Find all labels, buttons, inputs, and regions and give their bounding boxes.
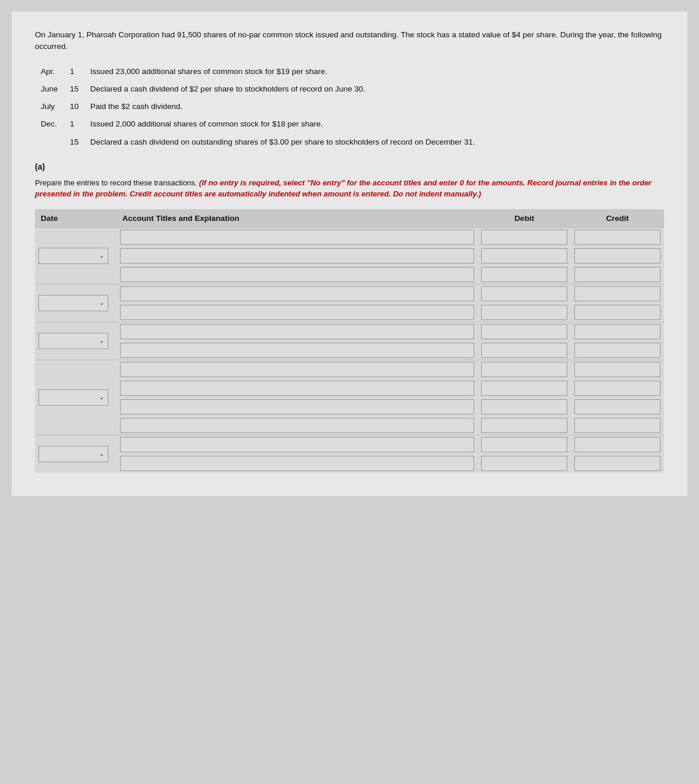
debit-input[interactable]: [481, 381, 567, 396]
debit-cell[interactable]: [478, 416, 571, 435]
credit-cell[interactable]: [571, 322, 664, 341]
account-input[interactable]: [120, 456, 474, 471]
credit-input[interactable]: [574, 437, 661, 452]
account-cell[interactable]: [116, 379, 478, 398]
debit-cell[interactable]: [478, 247, 571, 265]
col-header-credit: Credit: [571, 209, 664, 228]
date-cell-3: ⌄: [35, 322, 116, 360]
credit-cell[interactable]: [571, 416, 664, 435]
col-header-date: Date: [35, 209, 116, 228]
date-cell-2: ⌄: [35, 284, 116, 322]
credit-cell[interactable]: [571, 247, 664, 265]
credit-input[interactable]: [574, 324, 661, 339]
debit-input[interactable]: [481, 343, 567, 358]
table-row: [35, 341, 664, 360]
account-cell[interactable]: [116, 322, 478, 341]
account-cell[interactable]: [116, 265, 478, 284]
debit-input[interactable]: [481, 305, 567, 320]
debit-input[interactable]: [481, 248, 567, 263]
list-item: 15 Declared a cash dividend on outstandi…: [41, 136, 664, 148]
transactions-list: Apr. 1 Issued 23,000 additional shares o…: [41, 66, 664, 148]
credit-cell[interactable]: [571, 284, 664, 303]
credit-cell[interactable]: [571, 398, 664, 416]
account-input[interactable]: [120, 437, 474, 452]
debit-input[interactable]: [481, 418, 567, 433]
credit-cell[interactable]: [571, 265, 664, 284]
credit-cell[interactable]: [571, 379, 664, 398]
account-input[interactable]: [120, 248, 474, 263]
account-cell[interactable]: [116, 227, 478, 247]
account-input[interactable]: [120, 324, 474, 339]
credit-input[interactable]: [574, 456, 661, 471]
debit-cell[interactable]: [478, 284, 571, 303]
credit-cell[interactable]: [571, 360, 664, 379]
credit-cell[interactable]: [571, 454, 664, 473]
debit-input[interactable]: [481, 286, 567, 301]
debit-cell[interactable]: [478, 454, 571, 473]
debit-cell[interactable]: [478, 360, 571, 379]
credit-cell[interactable]: [571, 227, 664, 247]
credit-input[interactable]: [574, 286, 661, 301]
credit-cell[interactable]: [571, 341, 664, 360]
credit-cell[interactable]: [571, 303, 664, 322]
debit-cell[interactable]: [478, 303, 571, 322]
credit-input[interactable]: [574, 362, 661, 377]
account-input[interactable]: [120, 399, 474, 414]
account-input[interactable]: [120, 267, 474, 282]
account-input[interactable]: [120, 343, 474, 358]
account-cell[interactable]: [116, 398, 478, 416]
account-cell[interactable]: [116, 284, 478, 303]
debit-cell[interactable]: [478, 265, 571, 284]
date-select-3[interactable]: ⌄: [38, 333, 108, 349]
debit-cell[interactable]: [478, 227, 571, 247]
credit-input[interactable]: [574, 305, 661, 320]
account-input[interactable]: [120, 230, 474, 245]
account-cell[interactable]: [116, 341, 478, 360]
credit-cell[interactable]: [571, 435, 664, 454]
date-select-5[interactable]: ⌄: [38, 446, 108, 462]
debit-cell[interactable]: [478, 398, 571, 416]
list-item: July 10 Paid the $2 cash dividend.: [41, 101, 664, 112]
account-input[interactable]: [120, 362, 474, 377]
date-cell-5: ⌄: [35, 435, 116, 473]
debit-input[interactable]: [481, 437, 567, 452]
account-input[interactable]: [120, 418, 474, 433]
account-input[interactable]: [120, 286, 474, 301]
debit-input[interactable]: [481, 324, 567, 339]
list-item: Apr. 1 Issued 23,000 additional shares o…: [41, 66, 664, 78]
debit-cell[interactable]: [478, 379, 571, 398]
date-select-4[interactable]: ⌄: [38, 389, 108, 406]
intro-paragraph: On January 1, Pharoah Corporation had 91…: [35, 29, 664, 53]
account-input[interactable]: [120, 381, 474, 396]
account-cell[interactable]: [116, 303, 478, 322]
credit-input[interactable]: [574, 381, 661, 396]
debit-cell[interactable]: [478, 322, 571, 341]
debit-cell[interactable]: [478, 435, 571, 454]
debit-input[interactable]: [481, 267, 567, 282]
account-cell[interactable]: [116, 454, 478, 473]
credit-input[interactable]: [574, 418, 661, 433]
credit-input[interactable]: [574, 399, 661, 414]
debit-input[interactable]: [481, 456, 567, 471]
account-cell[interactable]: [116, 360, 478, 379]
chevron-down-icon: ⌄: [99, 450, 104, 458]
table-row: ⌄: [35, 227, 664, 247]
table-row: ⌄: [35, 360, 664, 379]
trans-day: 15: [70, 83, 90, 95]
trans-day: 1: [70, 66, 90, 78]
date-select-2[interactable]: ⌄: [38, 295, 108, 311]
debit-input[interactable]: [481, 362, 567, 377]
account-cell[interactable]: [116, 416, 478, 435]
credit-input[interactable]: [574, 248, 661, 263]
table-row: [35, 398, 664, 416]
account-cell[interactable]: [116, 247, 478, 265]
credit-input[interactable]: [574, 267, 661, 282]
debit-input[interactable]: [481, 399, 567, 414]
date-select-1[interactable]: ⌄: [38, 248, 108, 264]
credit-input[interactable]: [574, 343, 661, 358]
debit-cell[interactable]: [478, 341, 571, 360]
credit-input[interactable]: [574, 230, 661, 245]
account-cell[interactable]: [116, 435, 478, 454]
account-input[interactable]: [120, 305, 474, 320]
debit-input[interactable]: [481, 230, 567, 245]
